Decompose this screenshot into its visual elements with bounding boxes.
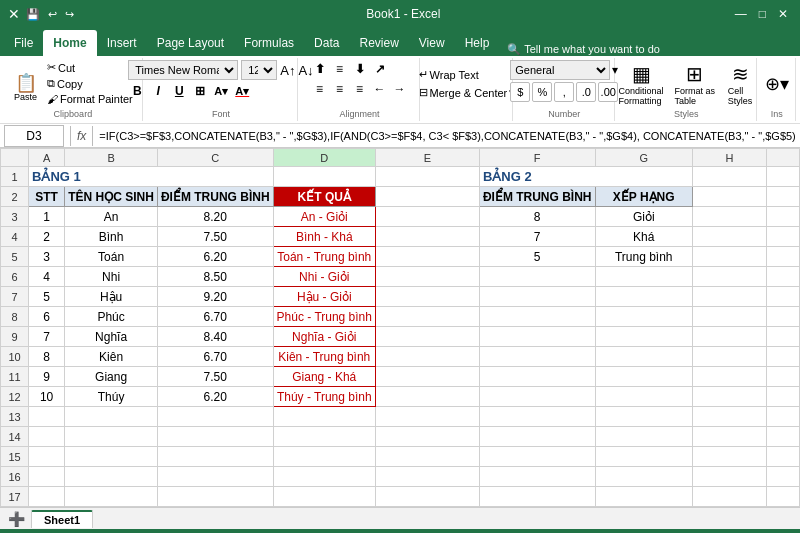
cell-h1[interactable] (692, 167, 766, 187)
cell-e9[interactable] (375, 327, 479, 347)
copy-button[interactable]: ⧉ Copy (44, 76, 136, 91)
cell-h2[interactable] (692, 187, 766, 207)
cell-d1[interactable] (273, 167, 375, 187)
cell-h3[interactable] (692, 207, 766, 227)
cell-b9[interactable]: Nghĩa (65, 327, 158, 347)
cell-d5[interactable]: Toán - Trung bình (273, 247, 375, 267)
close-icon[interactable]: ✕ (774, 7, 792, 21)
cell-e4[interactable] (375, 227, 479, 247)
cell-a12[interactable]: 10 (29, 387, 65, 407)
cell-g11[interactable] (595, 367, 692, 387)
insert-dropdown-button[interactable]: ⊕▾ (761, 71, 793, 97)
cell-b11[interactable]: Giang (65, 367, 158, 387)
cell-h8[interactable] (692, 307, 766, 327)
font-name-select[interactable]: Times New Roman (128, 60, 238, 80)
cell-g9[interactable] (595, 327, 692, 347)
fill-color-button[interactable]: A▾ (212, 82, 230, 100)
tab-formulas[interactable]: Formulas (234, 30, 304, 56)
cell-extra12[interactable] (766, 387, 799, 407)
font-color-button[interactable]: A▾ (233, 82, 251, 100)
cell-a13[interactable] (29, 407, 65, 427)
cell-a4[interactable]: 2 (29, 227, 65, 247)
cut-button[interactable]: ✂ Cut (44, 60, 136, 75)
cell-extra5[interactable] (766, 247, 799, 267)
cell-d2[interactable]: KẾT QUẢ (273, 187, 375, 207)
cell-f11[interactable] (479, 367, 595, 387)
underline-button[interactable]: U (170, 82, 188, 100)
cell-extra2[interactable] (766, 187, 799, 207)
cell-extra4[interactable] (766, 227, 799, 247)
cell-f6[interactable] (479, 267, 595, 287)
col-header-e[interactable]: E (375, 149, 479, 167)
row-header-11[interactable]: 11 (1, 367, 29, 387)
cell-g3[interactable]: Giỏi (595, 207, 692, 227)
cell-c9[interactable]: 8.40 (157, 327, 273, 347)
cell-f1[interactable]: BẢNG 2 (479, 167, 692, 187)
cell-h10[interactable] (692, 347, 766, 367)
cell-c5[interactable]: 6.20 (157, 247, 273, 267)
col-header-b[interactable]: B (65, 149, 158, 167)
font-size-select[interactable]: 12 (241, 60, 277, 80)
cell-e11[interactable] (375, 367, 479, 387)
col-header-d[interactable]: D (273, 149, 375, 167)
cell-d12[interactable]: Thúy - Trung bình (273, 387, 375, 407)
tab-insert[interactable]: Insert (97, 30, 147, 56)
cell-f9[interactable] (479, 327, 595, 347)
increase-indent-icon[interactable]: → (391, 80, 409, 98)
cell-b2[interactable]: TÊN HỌC SINH (65, 187, 158, 207)
decrease-indent-icon[interactable]: ← (371, 80, 389, 98)
cell-h4[interactable] (692, 227, 766, 247)
cell-g6[interactable] (595, 267, 692, 287)
align-middle-icon[interactable]: ≡ (331, 60, 349, 78)
increase-font-icon[interactable]: A↑ (280, 63, 295, 78)
tab-data[interactable]: Data (304, 30, 349, 56)
paste-button[interactable]: 📋 Paste (10, 72, 41, 104)
cell-d6[interactable]: Nhi - Giỏi (273, 267, 375, 287)
cell-h11[interactable] (692, 367, 766, 387)
col-header-a[interactable]: A (29, 149, 65, 167)
formula-input[interactable] (95, 125, 800, 147)
align-left-icon[interactable]: ≡ (311, 80, 329, 98)
border-button[interactable]: ⊞ (191, 82, 209, 100)
cell-a11[interactable]: 9 (29, 367, 65, 387)
cell-a3[interactable]: 1 (29, 207, 65, 227)
cell-a8[interactable]: 6 (29, 307, 65, 327)
cell-extra7[interactable] (766, 287, 799, 307)
cell-f3[interactable]: 8 (479, 207, 595, 227)
sheet-tab-sheet1[interactable]: Sheet1 (31, 510, 93, 528)
cell-e12[interactable] (375, 387, 479, 407)
cell-extra11[interactable] (766, 367, 799, 387)
cell-d7[interactable]: Hậu - Giỏi (273, 287, 375, 307)
cell-g5[interactable]: Trung bình (595, 247, 692, 267)
cell-d10[interactable]: Kiên - Trung bình (273, 347, 375, 367)
cell-extra8[interactable] (766, 307, 799, 327)
cell-g2[interactable]: XẾP HẠNG (595, 187, 692, 207)
col-header-g[interactable]: G (595, 149, 692, 167)
cell-f5[interactable]: 5 (479, 247, 595, 267)
cell-f2[interactable]: ĐIỂM TRUNG BÌNH (479, 187, 595, 207)
cell-extra6[interactable] (766, 267, 799, 287)
row-header-4[interactable]: 4 (1, 227, 29, 247)
row-header-17[interactable]: 17 (1, 487, 29, 507)
cell-a6[interactable]: 4 (29, 267, 65, 287)
cell-extra10[interactable] (766, 347, 799, 367)
cell-b7[interactable]: Hậu (65, 287, 158, 307)
undo-icon[interactable]: ↩ (46, 8, 59, 21)
dollar-button[interactable]: $ (510, 82, 530, 102)
cell-e1[interactable] (375, 167, 479, 187)
cell-a9[interactable]: 7 (29, 327, 65, 347)
cell-b3[interactable]: An (65, 207, 158, 227)
row-header-9[interactable]: 9 (1, 327, 29, 347)
align-top-icon[interactable]: ⬆ (311, 60, 329, 78)
cell-f7[interactable] (479, 287, 595, 307)
cell-g8[interactable] (595, 307, 692, 327)
cell-f10[interactable] (479, 347, 595, 367)
cell-e7[interactable] (375, 287, 479, 307)
cell-c12[interactable]: 6.20 (157, 387, 273, 407)
col-header-extra[interactable] (766, 149, 799, 167)
row-header-14[interactable]: 14 (1, 427, 29, 447)
cell-c6[interactable]: 8.50 (157, 267, 273, 287)
row-header-7[interactable]: 7 (1, 287, 29, 307)
cell-c7[interactable]: 9.20 (157, 287, 273, 307)
cell-d9[interactable]: Nghĩa - Giỏi (273, 327, 375, 347)
